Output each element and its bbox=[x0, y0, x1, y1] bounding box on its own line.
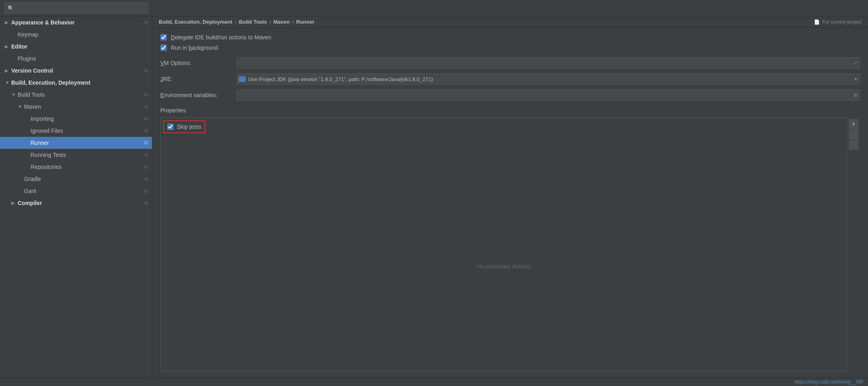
sidebar-item-version-control[interactable]: ▶Version Control⧉ bbox=[0, 65, 152, 77]
skip-tests-row: Skip tests bbox=[163, 120, 205, 133]
sidebar-label-running-tests: Running Tests bbox=[30, 152, 142, 158]
sidebar-arrow-version-control: ▶ bbox=[5, 68, 11, 73]
breadcrumb-part-2: Build Tools bbox=[239, 19, 267, 25]
sidebar-copy-icon-gant[interactable]: ⧉ bbox=[144, 188, 148, 194]
delegate-ide-label: Delegate IDE build/run actions to Maven bbox=[171, 34, 271, 41]
run-background-checkbox[interactable] bbox=[160, 45, 167, 51]
sidebar-copy-icon-running-tests[interactable]: ⧉ bbox=[144, 152, 148, 158]
remove-property-button[interactable]: − bbox=[849, 130, 858, 139]
breadcrumb-part-1: Build, Execution, Deployment bbox=[159, 19, 232, 25]
sidebar-copy-icon-build-tools[interactable]: ⧉ bbox=[144, 91, 148, 98]
sidebar-item-runner[interactable]: Runner⧉ bbox=[0, 137, 152, 149]
delegate-ide-row: Delegate IDE build/run actions to Maven bbox=[160, 34, 860, 41]
sidebar-arrow-build-tools: ▼ bbox=[11, 92, 18, 98]
properties-list: Skip tests No properties defined bbox=[160, 118, 847, 371]
sidebar-item-editor[interactable]: ▶Editor bbox=[0, 41, 152, 53]
sidebar-label-maven: Maven bbox=[24, 104, 142, 110]
search-icon: 🔍 bbox=[8, 5, 14, 11]
content-inner: Delegate IDE build/run actions to Maven … bbox=[152, 28, 868, 378]
sidebar-item-build-tools[interactable]: ▼Build Tools⧉ bbox=[0, 89, 152, 101]
properties-area: Skip tests No properties defined + − ✎ bbox=[160, 118, 860, 371]
sidebar-label-runner: Runner bbox=[30, 140, 142, 146]
sidebar-copy-icon-version-control[interactable]: ⧉ bbox=[144, 67, 148, 74]
sidebar-copy-icon-ignored-files[interactable]: ⧉ bbox=[144, 128, 148, 134]
bottom-bar: https://blog.csdn.net/lovely__RR bbox=[0, 378, 868, 386]
sidebar-copy-icon-importing[interactable]: ⧉ bbox=[144, 116, 148, 122]
sidebar-item-build-execution-deployment[interactable]: ▼Build, Execution, Deployment bbox=[0, 77, 152, 89]
jre-dropdown-arrow: ▼ bbox=[854, 77, 858, 81]
vm-options-input[interactable] bbox=[237, 57, 860, 69]
content-panel: Build, Execution, Deployment › Build Too… bbox=[152, 16, 868, 378]
sidebar-item-importing[interactable]: Importing⧉ bbox=[0, 113, 152, 125]
sidebar: ▶Appearance & Behavior⧉Keymap▶EditorPlug… bbox=[0, 16, 152, 378]
vm-options-expand-icon[interactable]: ⤢ bbox=[854, 60, 858, 66]
sidebar-copy-icon-maven[interactable]: ⧉ bbox=[144, 104, 148, 110]
sidebar-arrow-editor: ▶ bbox=[5, 44, 11, 49]
add-property-button[interactable]: + bbox=[849, 119, 858, 129]
sidebar-label-build-execution-deployment: Build, Execution, Deployment bbox=[11, 79, 148, 86]
jre-folder-icon bbox=[239, 76, 246, 82]
jre-label: JRE: bbox=[160, 76, 233, 82]
sidebar-arrow-appearance-behavior: ▶ bbox=[5, 20, 11, 25]
sidebar-label-gant: Gant bbox=[24, 188, 142, 194]
sidebar-item-ignored-files[interactable]: Ignored Files⧉ bbox=[0, 125, 152, 137]
main-layout: ▶Appearance & Behavior⧉Keymap▶EditorPlug… bbox=[0, 16, 868, 378]
sidebar-item-plugins[interactable]: Plugins bbox=[0, 53, 152, 65]
sidebar-arrow-build-execution-deployment: ▼ bbox=[5, 80, 11, 85]
sidebar-label-keymap: Keymap bbox=[18, 31, 148, 38]
sidebar-copy-icon-gradle[interactable]: ⧉ bbox=[144, 176, 148, 182]
search-input[interactable] bbox=[16, 5, 145, 11]
delegate-ide-checkbox[interactable] bbox=[160, 34, 167, 41]
jre-row: JRE: Use Project JDK (java version "1.8.… bbox=[160, 73, 860, 85]
sidebar-label-gradle: Gradle bbox=[24, 176, 142, 182]
properties-side-buttons: + − ✎ bbox=[847, 118, 860, 371]
sidebar-item-appearance-behavior[interactable]: ▶Appearance & Behavior⧉ bbox=[0, 16, 152, 28]
jre-value: Use Project JDK (java version "1.8.0_271… bbox=[248, 76, 852, 82]
sidebar-label-repositories: Repositories bbox=[30, 164, 142, 170]
sidebar-copy-icon-runner[interactable]: ⧉ bbox=[144, 140, 148, 146]
breadcrumb-right: 📄 For current project bbox=[814, 19, 862, 25]
vm-options-container: ⤢ bbox=[237, 57, 860, 69]
sidebar-label-editor: Editor bbox=[11, 43, 148, 50]
search-box-container: 🔍 bbox=[4, 2, 148, 14]
sidebar-item-repositories[interactable]: Repositories⧉ bbox=[0, 161, 152, 173]
sidebar-label-build-tools: Build Tools bbox=[18, 91, 142, 98]
sidebar-item-gant[interactable]: Gant⧉ bbox=[0, 185, 152, 197]
sidebar-copy-icon-appearance-behavior[interactable]: ⧉ bbox=[144, 19, 148, 26]
url-text: https://blog.csdn.net/lovely__RR bbox=[794, 379, 863, 385]
vm-options-label: VM Options: bbox=[160, 60, 233, 66]
sidebar-item-running-tests[interactable]: Running Tests⧉ bbox=[0, 149, 152, 161]
sidebar-item-compiler[interactable]: ▶Compiler⧉ bbox=[0, 197, 152, 209]
edit-property-button[interactable]: ✎ bbox=[849, 140, 858, 150]
sidebar-label-ignored-files: Ignored Files bbox=[30, 128, 142, 134]
breadcrumb-part-3: Maven bbox=[273, 19, 289, 25]
sidebar-copy-icon-repositories[interactable]: ⧉ bbox=[144, 164, 148, 170]
breadcrumb-path: Build, Execution, Deployment › Build Too… bbox=[159, 19, 314, 25]
sidebar-label-plugins: Plugins bbox=[18, 55, 148, 62]
current-project-label: For current project bbox=[822, 19, 862, 25]
env-vars-label: Environment variables: bbox=[160, 92, 233, 98]
sidebar-item-maven[interactable]: ▼Maven⧉ bbox=[0, 101, 152, 113]
sidebar-label-appearance-behavior: Appearance & Behavior bbox=[11, 19, 142, 26]
run-background-row: Run in background bbox=[160, 45, 860, 51]
env-vars-row: Environment variables: ⊞ bbox=[160, 89, 860, 101]
sidebar-label-compiler: Compiler bbox=[18, 200, 142, 206]
sidebar-item-gradle[interactable]: Gradle⧉ bbox=[0, 173, 152, 185]
skip-tests-checkbox[interactable] bbox=[167, 124, 174, 130]
sidebar-copy-icon-compiler[interactable]: ⧉ bbox=[144, 200, 148, 206]
jre-dropdown[interactable]: Use Project JDK (java version "1.8.0_271… bbox=[237, 73, 860, 85]
sidebar-label-version-control: Version Control bbox=[11, 67, 142, 74]
current-project-icon: 📄 bbox=[814, 19, 820, 25]
breadcrumb-part-4: Runner bbox=[296, 19, 315, 25]
sidebar-label-importing: Importing bbox=[30, 116, 142, 122]
skip-tests-label: Skip tests bbox=[177, 124, 201, 130]
properties-header: Properties bbox=[160, 107, 860, 114]
vm-options-row: VM Options: ⤢ bbox=[160, 57, 860, 69]
breadcrumb: Build, Execution, Deployment › Build Too… bbox=[152, 16, 868, 28]
no-properties-text: No properties defined bbox=[477, 263, 531, 270]
run-background-label: Run in background bbox=[171, 45, 218, 51]
sidebar-item-keymap[interactable]: Keymap bbox=[0, 28, 152, 41]
env-vars-input[interactable] bbox=[237, 89, 860, 101]
env-vars-container: ⊞ bbox=[237, 89, 860, 101]
env-vars-browse-icon[interactable]: ⊞ bbox=[854, 92, 858, 98]
